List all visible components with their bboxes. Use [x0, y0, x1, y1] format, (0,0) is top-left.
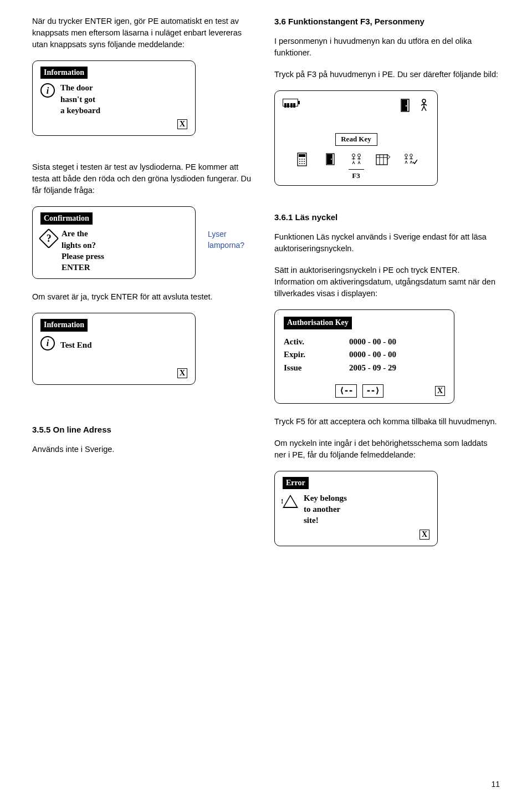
screen-close-row: X: [40, 118, 187, 130]
page-number: 11: [491, 779, 500, 790]
question-icon: ?: [39, 228, 59, 249]
line: Are the: [62, 228, 104, 239]
line: lights on?: [62, 240, 104, 251]
auth-value: 0000 - 00 - 00: [349, 336, 396, 348]
auth-nav-row: ⟨-- --⟩ X: [284, 384, 445, 398]
line: ENTER: [62, 262, 104, 273]
auth-label: Activ.: [284, 336, 317, 348]
annotation-line: Lyser: [208, 228, 244, 240]
auth-label: Expir.: [284, 349, 317, 361]
svg-point-19: [357, 154, 360, 156]
rk-icon-row: [283, 153, 429, 167]
person-icon: [418, 99, 429, 113]
close-icon: X: [420, 530, 429, 540]
para-om-svaret: Om svaret är ja, tryck ENTER för att avs…: [32, 291, 258, 303]
line: Key belongs: [304, 492, 347, 504]
screen-confirmation: Confirmation ? Are the lights on? Please…: [32, 206, 196, 279]
screen-title: Information: [40, 67, 88, 79]
readkey-label: Read Key: [335, 133, 377, 146]
close-icon: X: [177, 368, 187, 378]
svg-point-14: [304, 163, 305, 164]
close-icon: X: [177, 119, 187, 129]
screen-close-row: X: [283, 528, 429, 540]
svg-point-12: [299, 163, 300, 164]
svg-point-11: [304, 161, 305, 162]
svg-rect-20: [376, 155, 387, 165]
info-icon: i: [40, 83, 55, 98]
heading-361: 3.6.1 Läs nyckel: [274, 211, 500, 223]
line: site!: [304, 515, 347, 526]
screen-title: Confirmation: [40, 212, 93, 225]
battery-icon: [283, 99, 298, 106]
screen-lines: The door hasn't got a keyboard: [60, 82, 100, 116]
door-small-icon: [322, 153, 337, 167]
screen-error: Error ! Key belongs to another site! X: [274, 471, 438, 546]
f3-label: F3: [283, 171, 429, 181]
para-36b: Tryck på F3 på huvudmenyn i PE. Du ser d…: [274, 69, 500, 80]
screen-lines: Key belongs to another site!: [304, 492, 347, 526]
info-icon: i: [40, 336, 55, 350]
heading-36: 3.6 Funktionstangent F3, Personmeny: [274, 16, 500, 28]
auth-value: 2005 - 09 - 29: [349, 362, 396, 374]
rk-f3-row: [283, 169, 429, 170]
confirm-with-annotation: Confirmation ? Are the lights on? Please…: [32, 206, 258, 279]
heading-355: 3.5.5 On line Adress: [32, 424, 258, 436]
svg-point-25: [410, 154, 412, 156]
rk-top-right-icons: [400, 99, 429, 113]
svg-rect-5: [299, 154, 305, 157]
line: hasn't got: [60, 94, 100, 105]
para-36a: I personmenyn i huvudmenyn kan du utföra…: [274, 35, 500, 59]
arrow-left-icon: ⟨--: [335, 384, 356, 398]
close-icon: X: [435, 386, 445, 396]
para-lysdiod: Sista steget i testen är test av lysdiod…: [32, 161, 258, 196]
svg-point-8: [304, 159, 305, 160]
right-column: 3.6 Funktionstangent F3, Personmeny I pe…: [274, 16, 500, 558]
svg-point-9: [299, 161, 300, 162]
screen-body: i The door hasn't got a keyboard: [40, 82, 187, 116]
auth-value: 0000 - 00 - 00: [349, 349, 396, 361]
arrow-right-icon: --⟩: [362, 384, 383, 398]
line: a keyboard: [60, 105, 100, 116]
para-intro-keypad: När du trycker ENTER igen, gör PE automa…: [32, 16, 258, 50]
screen-title: Information: [40, 319, 88, 331]
calendar-icon: [375, 153, 391, 167]
line: Test End: [60, 339, 92, 350]
line: to another: [304, 504, 347, 515]
para-361a: Funktionen Läs nyckel används i Sverige …: [274, 231, 500, 255]
line: The door: [60, 82, 100, 93]
para-361b: Sätt in auktoriseringsnyckeln i PE och t…: [274, 265, 500, 299]
left-column: När du trycker ENTER igen, gör PE automa…: [32, 16, 258, 558]
svg-point-13: [301, 163, 303, 164]
svg-point-10: [301, 161, 303, 162]
auth-row-activ: Activ. 0000 - 00 - 00: [284, 336, 445, 348]
svg-point-24: [405, 154, 407, 156]
svg-point-6: [299, 159, 300, 160]
screen-lines: Test End: [60, 335, 92, 350]
screen-readkey-menu: Read Key: [274, 90, 438, 186]
svg-point-7: [301, 159, 303, 160]
people-check-icon: [402, 153, 417, 167]
rk-top-row: [283, 99, 429, 113]
svg-point-2: [406, 105, 407, 106]
nav-arrows: ⟨-- --⟩: [335, 384, 383, 398]
warning-icon: [283, 495, 298, 508]
screen-body: ? Are the lights on? Please press ENTER: [40, 228, 187, 273]
screen-info-keyboard: Information i The door hasn't got a keyb…: [32, 60, 196, 136]
para-f5: Tryck F5 för att acceptera och komma til…: [274, 416, 500, 428]
screen-title: Authorisation Key: [284, 317, 352, 329]
annotation-lyser: Lyser lamporna?: [208, 228, 244, 251]
door-icon: [400, 99, 411, 113]
screen-title: Error: [283, 477, 309, 489]
people-icon: [349, 153, 364, 167]
svg-point-18: [352, 154, 355, 156]
para-355: Används inte i Sverige.: [32, 444, 258, 455]
screen-body: ! Key belongs to another site!: [283, 492, 429, 526]
auth-label: Issue: [284, 362, 317, 374]
svg-point-3: [422, 99, 426, 103]
auth-row-expir: Expir. 0000 - 00 - 00: [284, 349, 445, 361]
calculator-icon: [295, 153, 311, 167]
screen-body: i Test End: [40, 335, 187, 365]
svg-point-17: [331, 159, 332, 160]
screen-info-testend: Information i Test End X: [32, 313, 196, 384]
screen-close-row: X: [40, 367, 187, 379]
